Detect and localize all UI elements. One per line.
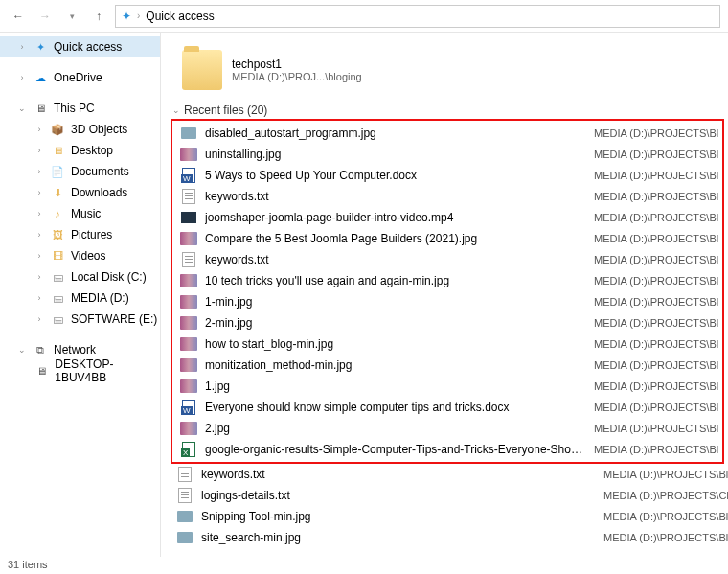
file-row[interactable]: Everyone should know simple computer tip…	[174, 397, 718, 418]
file-row[interactable]: 2.jpgMEDIA (D:)\PROJECTS\Blogs\b	[174, 418, 718, 439]
file-name: keywords.txt	[205, 190, 586, 203]
file-row[interactable]: 10 tech tricks you'll use again and agai…	[174, 270, 718, 291]
file-row[interactable]: how to start_blog-min.jpgMEDIA (D:)\PROJ…	[174, 333, 718, 355]
sidebar-item[interactable]: ›🖴MEDIA (D:)	[0, 287, 160, 309]
chevron-right-icon: ›	[34, 230, 44, 240]
pc-icon: 🖥	[33, 101, 48, 116]
image-thumb-icon	[180, 231, 197, 246]
folder-icon: 📦	[50, 122, 65, 137]
chevron-right-icon: ›	[34, 314, 44, 324]
image-thumb-icon	[180, 315, 197, 331]
sidebar-label: Music	[71, 207, 101, 220]
address-bar[interactable]: ✦ › Quick access	[115, 5, 720, 28]
sidebar-item[interactable]: ›🎞Videos	[0, 245, 160, 266]
file-path: MEDIA (D:)\PROJECTS\Blogs\b	[594, 191, 718, 202]
file-name: Everyone should know simple computer tip…	[205, 401, 586, 414]
file-path: MEDIA (D:)\PROJECTS\Blogs\b	[594, 380, 718, 392]
file-row[interactable]: monitization_method-min.jpgMEDIA (D:)\PR…	[174, 355, 718, 376]
sidebar-item[interactable]: ›🖥Desktop	[0, 140, 160, 161]
file-name: Compare the 5 Best Joomla Page Builders …	[205, 232, 586, 245]
file-row[interactable]: 2-min.jpgMEDIA (D:)\PROJECTS\Blogs\b	[174, 312, 718, 333]
file-row[interactable]: google-organic-results-Simple-Computer-T…	[174, 439, 718, 460]
sidebar-quick-access[interactable]: › ✦ Quick access	[0, 36, 160, 57]
file-name: keywords.txt	[205, 253, 586, 266]
file-path: MEDIA (D:)\PROJECTS\Blogs\b	[594, 233, 718, 244]
sidebar-item[interactable]: ›♪Music	[0, 203, 160, 224]
folder-icon: 🎞	[50, 248, 65, 264]
drive-icon: 🖴	[50, 311, 65, 327]
chevron-down-icon: ⌄	[17, 345, 27, 355]
sidebar-label: Desktop	[71, 144, 113, 157]
file-name: logings-details.txt	[201, 489, 596, 502]
file-row[interactable]: Snipping Tool-min.jpgMEDIA (D:)\PROJECTS…	[171, 506, 728, 527]
file-path: MEDIA (D:)\PROJECTS\Blogs\b	[603, 532, 728, 543]
sidebar-item[interactable]: ›⬇Downloads	[0, 182, 160, 203]
file-path: MEDIA (D:)\PROJECTS\Blogs\b	[594, 338, 718, 350]
sidebar-item[interactable]: ›🖴SOFTWARE (E:)	[0, 309, 160, 330]
file-name: joomshaper-joomla-page-builder-intro-vid…	[205, 211, 586, 224]
file-row[interactable]: uninstalling.jpgMEDIA (D:)\PROJECTS\Blog…	[174, 144, 718, 165]
video-icon	[180, 210, 197, 225]
file-row[interactable]: keywords.txtMEDIA (D:)\PROJECTS\Blogs\b	[174, 186, 718, 207]
sidebar-onedrive[interactable]: › ☁ OneDrive	[0, 67, 160, 88]
section-label: Recent files (20)	[184, 103, 267, 117]
word-icon	[180, 168, 197, 183]
file-row[interactable]: joomshaper-joomla-page-builder-intro-vid…	[174, 207, 718, 228]
file-row[interactable]: site_search-min.jpgMEDIA (D:)\PROJECTS\B…	[171, 527, 728, 548]
image-thumb-icon	[180, 273, 197, 288]
sidebar-label: Pictures	[71, 228, 112, 241]
file-name: 2-min.jpg	[205, 316, 586, 330]
file-path: MEDIA (D:)\PROJECTS\Blogs\b	[594, 127, 718, 139]
chevron-right-icon: ›	[17, 42, 27, 52]
folder-path: MEDIA (D:)\PROJ...\bloging	[232, 71, 362, 82]
file-name: 5 Ways to Speed Up Your Computer.docx	[205, 169, 586, 182]
sidebar-this-pc[interactable]: ⌄ 🖥 This PC	[0, 98, 160, 119]
file-row[interactable]: 1-min.jpgMEDIA (D:)\PROJECTS\Blogs\b	[174, 291, 718, 312]
file-path: MEDIA (D:)\PROJECTS\Blogs\b	[594, 423, 718, 434]
network-icon: ⧉	[33, 342, 48, 357]
back-button[interactable]: ←	[8, 6, 29, 27]
file-row[interactable]: 1.jpgMEDIA (D:)\PROJECTS\Blogs\b	[174, 376, 718, 397]
sidebar-label: SOFTWARE (E:)	[71, 312, 157, 326]
quick-access-icon: ✦	[122, 10, 131, 23]
folder-icon: 🖥	[50, 143, 65, 158]
file-name: site_search-min.jpg	[201, 531, 596, 544]
folder-icon: ⬇	[50, 185, 65, 200]
file-row[interactable]: Compare the 5 Best Joomla Page Builders …	[174, 228, 718, 249]
highlight-box: disabled_autostart_programm.jpgMEDIA (D:…	[171, 119, 724, 464]
breadcrumb[interactable]: Quick access	[146, 10, 214, 23]
folder-icon: 🖼	[50, 227, 65, 242]
chevron-right-icon: ›	[34, 167, 44, 176]
frequent-folder[interactable]: techpost1 MEDIA (D:)\PROJ...\bloging	[171, 38, 728, 98]
file-path: MEDIA (D:)\PROJECTS\Blogs\b	[594, 254, 718, 265]
file-row[interactable]: 5 Ways to Speed Up Your Computer.docxMED…	[174, 165, 718, 186]
sidebar-item[interactable]: ›🖼Pictures	[0, 224, 160, 245]
up-button[interactable]: ↑	[88, 6, 109, 27]
sidebar-label: Videos	[71, 249, 105, 263]
sidebar-item[interactable]: ›📄Documents	[0, 161, 160, 182]
file-row[interactable]: disabled_autostart_programm.jpgMEDIA (D:…	[174, 123, 718, 144]
forward-button[interactable]: →	[34, 6, 56, 27]
sidebar-item[interactable]: ›🖴Local Disk (C:)	[0, 266, 160, 287]
text-icon	[180, 252, 197, 267]
file-path: MEDIA (D:)\PROJECTS\Blogs\b	[594, 275, 718, 287]
image-icon	[176, 509, 193, 524]
section-header[interactable]: ⌄ Recent files (20)	[171, 98, 728, 119]
file-name: keywords.txt	[201, 468, 596, 481]
file-row[interactable]: logings-details.txtMEDIA (D:)\PROJECTS\C…	[171, 485, 728, 506]
drive-icon: 🖴	[50, 290, 65, 306]
sidebar-item[interactable]: ›📦3D Objects	[0, 119, 160, 140]
sidebar-label: Documents	[71, 165, 129, 178]
sidebar-network-pc[interactable]: 🖥 DESKTOP-1BUV4BB	[0, 360, 160, 381]
file-path: MEDIA (D:)\PROJECTS\Blogs\b	[594, 402, 718, 413]
file-row[interactable]: keywords.txtMEDIA (D:)\PROJECTS\Blogs\b	[171, 464, 728, 485]
chevron-right-icon: ›	[34, 188, 44, 197]
image-thumb-icon	[180, 357, 197, 373]
chevron-down-icon: ⌄	[17, 103, 27, 113]
image-icon	[180, 126, 197, 141]
file-row[interactable]: keywords.txtMEDIA (D:)\PROJECTS\Blogs\b	[174, 249, 718, 270]
recent-dropdown[interactable]: ▾	[61, 6, 82, 27]
image-thumb-icon	[180, 294, 197, 310]
file-name: uninstalling.jpg	[205, 148, 586, 161]
chevron-right-icon: ›	[34, 209, 44, 218]
